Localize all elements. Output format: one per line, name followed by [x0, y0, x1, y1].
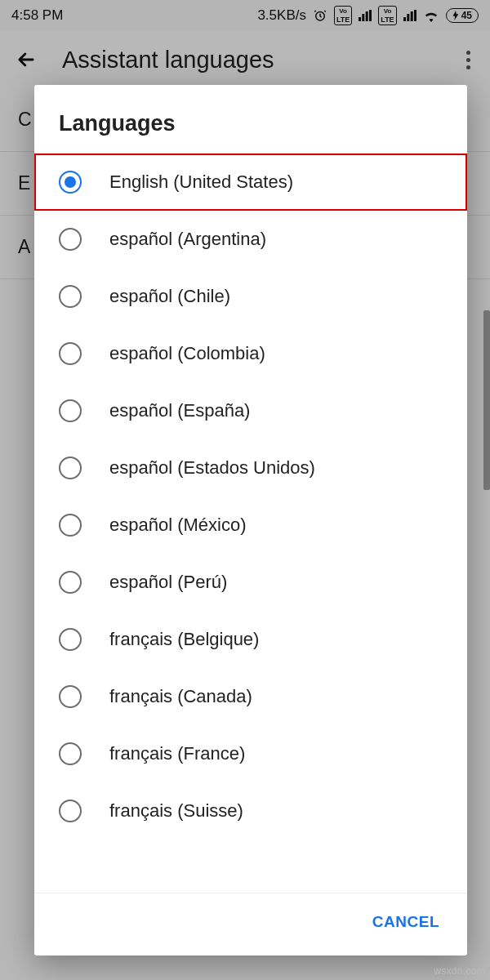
language-option-label: español (México): [109, 514, 247, 536]
language-option-label: español (Colombia): [109, 343, 265, 364]
radio-icon[interactable]: [59, 399, 82, 422]
radio-icon[interactable]: [59, 742, 82, 765]
language-option-label: español (España): [109, 400, 250, 421]
language-option-label: français (France): [109, 743, 245, 764]
language-option[interactable]: français (France): [34, 725, 467, 782]
language-option[interactable]: español (Estados Unidos): [34, 439, 467, 497]
radio-icon[interactable]: [59, 457, 82, 479]
radio-icon[interactable]: [59, 171, 82, 194]
dialog-title: Languages: [34, 85, 467, 153]
language-option[interactable]: español (Perú): [34, 554, 467, 611]
radio-icon[interactable]: [59, 800, 82, 822]
language-option[interactable]: español (Argentina): [34, 211, 467, 268]
radio-icon[interactable]: [59, 628, 82, 651]
language-option[interactable]: français (Suisse): [34, 782, 467, 840]
language-option-label: español (Chile): [109, 286, 230, 307]
scrollbar-thumb[interactable]: [483, 310, 490, 490]
language-option[interactable]: español (España): [34, 382, 467, 439]
language-option[interactable]: español (México): [34, 497, 467, 554]
radio-icon[interactable]: [59, 285, 82, 308]
radio-icon[interactable]: [59, 685, 82, 708]
language-option-label: español (Perú): [109, 572, 227, 593]
dialog-footer: CANCEL: [34, 893, 467, 956]
language-option-label: español (Argentina): [109, 229, 266, 250]
radio-icon[interactable]: [59, 571, 82, 594]
languages-dialog: Languages English (United States)español…: [34, 85, 467, 956]
language-option[interactable]: français (Belgique): [34, 611, 467, 668]
language-list[interactable]: English (United States)español (Argentin…: [34, 154, 467, 893]
language-option-label: français (Suisse): [109, 800, 243, 822]
language-option[interactable]: español (Colombia): [34, 325, 467, 382]
radio-icon[interactable]: [59, 228, 82, 251]
cancel-button[interactable]: CANCEL: [368, 906, 444, 938]
watermark: wsxdn.com: [434, 965, 485, 977]
language-option-label: français (Belgique): [109, 629, 259, 650]
language-option-label: English (United States): [109, 172, 293, 193]
language-option[interactable]: français (Canada): [34, 668, 467, 725]
language-option-label: español (Estados Unidos): [109, 457, 315, 479]
language-option-label: français (Canada): [109, 686, 252, 707]
language-option[interactable]: español (Chile): [34, 268, 467, 325]
radio-icon[interactable]: [59, 342, 82, 365]
radio-icon[interactable]: [59, 514, 82, 537]
language-option[interactable]: English (United States): [34, 154, 467, 211]
